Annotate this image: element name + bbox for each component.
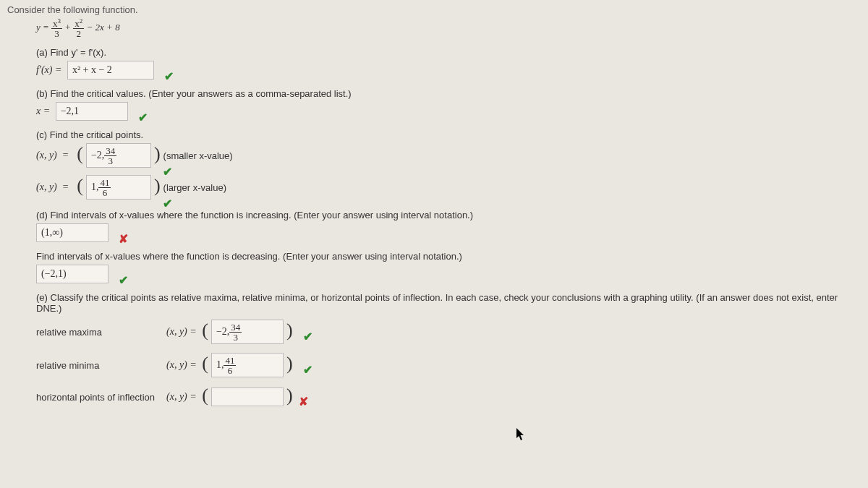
check-icon: ✔	[303, 330, 312, 343]
smaller-x-hint: (smaller x-value)	[163, 150, 233, 161]
part-c-answer2-input[interactable]: 1, 416	[86, 175, 151, 200]
cross-icon: ✘	[119, 232, 128, 246]
check-icon: ✔	[164, 69, 174, 83]
part-a-lhs: f'(x) =	[36, 64, 64, 76]
part-d-answer1-input[interactable]: (1,∞)	[36, 223, 109, 242]
xy-lhs: (x, y) =	[36, 181, 74, 193]
equation: y = x33 + x22 − 2x + 8	[36, 18, 120, 38]
close-paren: )	[154, 175, 161, 197]
part-d-answer2-input[interactable]: (−2,1)	[36, 265, 109, 283]
relative-minima-input[interactable]: 1, 416	[211, 353, 284, 377]
close-paren: )	[286, 353, 293, 374]
check-icon: ✔	[303, 363, 312, 377]
part-e-prompt: (e) Classify the critical points as rela…	[36, 292, 861, 314]
open-paren: (	[77, 175, 83, 197]
part-d-prompt1: (d) Find intervals of x-values where the…	[36, 210, 861, 221]
part-c-answer1-input[interactable]: −2, 343	[86, 143, 151, 168]
given-function: y = x33 + x22 − 2x + 8	[36, 18, 861, 38]
xy-lhs: (x, y) =	[36, 150, 74, 161]
cross-icon: ✘	[299, 395, 308, 408]
open-paren: (	[202, 320, 208, 341]
relative-minima-label: relative minima	[36, 360, 166, 371]
part-d-prompt2: Find intervals of x-values where the fun…	[36, 251, 861, 262]
xy-lhs: (x, y) =	[166, 391, 199, 403]
part-b-answer-input[interactable]: −2,1	[56, 102, 128, 121]
page-header: Consider the following function.	[7, 4, 861, 15]
horizontal-inflection-input[interactable]	[211, 388, 284, 406]
part-a-answer-input[interactable]: x² + x − 2	[67, 61, 154, 80]
xy-lhs: (x, y) =	[166, 326, 199, 338]
check-icon: ✔	[119, 273, 128, 287]
part-a-prompt: (a) Find y' = f'(x).	[36, 47, 861, 58]
close-paren: )	[286, 385, 293, 406]
open-paren: (	[77, 143, 83, 165]
relative-maxima-label: relative maxima	[36, 327, 166, 338]
xy-lhs: (x, y) =	[166, 359, 199, 371]
close-paren: )	[286, 320, 293, 341]
part-b-lhs: x =	[36, 106, 53, 117]
part-b-prompt: (b) Find the critical values. (Enter you…	[36, 88, 861, 99]
check-icon: ✔	[163, 197, 172, 210]
open-paren: (	[202, 385, 208, 406]
open-paren: (	[202, 353, 208, 374]
check-icon: ✔	[138, 111, 148, 124]
close-paren: )	[154, 143, 161, 165]
relative-maxima-input[interactable]: −2, 343	[211, 320, 284, 344]
horizontal-inflection-label: horizontal points of inflection	[36, 392, 166, 403]
check-icon: ✔	[163, 165, 172, 179]
larger-x-hint: (larger x-value)	[163, 182, 226, 193]
part-c-prompt: (c) Find the critical points.	[36, 129, 861, 140]
